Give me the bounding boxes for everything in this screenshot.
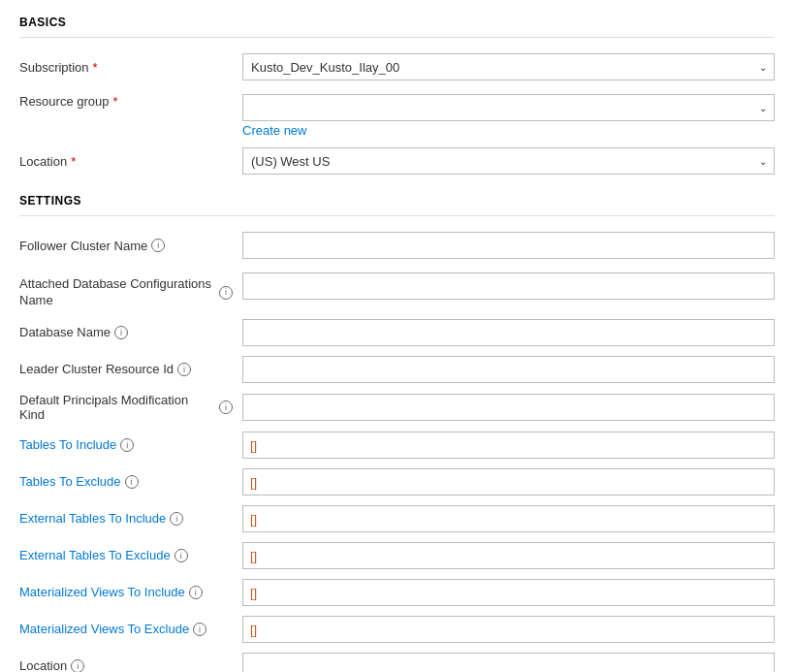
basics-title: BASICS: [19, 16, 775, 29]
external-tables-to-exclude-wrapper: []: [242, 542, 775, 569]
database-name-row: Database Name i: [19, 319, 775, 346]
settings-title: SETTINGS: [19, 194, 775, 208]
default-principals-modification-kind-input[interactable]: Union: [242, 394, 775, 421]
tables-to-exclude-info-icon: i: [125, 475, 139, 489]
subscription-select-wrap: Kusto_Dev_Kusto_Ilay_00 ⌄: [242, 53, 775, 80]
settings-location-row: Location i: [19, 653, 775, 672]
database-name-control: [242, 319, 775, 346]
external-tables-to-include-input[interactable]: [242, 505, 775, 532]
tables-to-exclude-wrapper: []: [242, 468, 775, 496]
database-name-input[interactable]: [242, 319, 775, 346]
materialized-views-to-include-info-icon: i: [189, 586, 203, 599]
subscription-label: Subscription: [19, 60, 242, 75]
attached-db-config-info-icon: i: [219, 286, 233, 300]
attached-db-config-label: Attached Database Configurations Name i: [19, 272, 242, 309]
leader-cluster-resource-id-input[interactable]: [242, 356, 775, 383]
resource-group-select-wrap: ⌄: [242, 94, 775, 121]
settings-location-info-icon: i: [71, 659, 84, 672]
resource-group-label: Resource group: [19, 94, 242, 109]
settings-location-input[interactable]: [242, 653, 775, 672]
leader-cluster-resource-id-info-icon: i: [177, 363, 191, 376]
materialized-views-to-exclude-wrapper: []: [242, 616, 775, 643]
materialized-views-to-exclude-label: Materialized Views To Exclude i: [19, 622, 242, 636]
tables-to-exclude-label: Tables To Exclude i: [19, 474, 242, 489]
external-tables-to-include-control: []: [242, 505, 775, 532]
follower-cluster-name-row: Follower Cluster Name i: [19, 232, 775, 259]
materialized-views-to-include-row: Materialized Views To Include i []: [19, 579, 775, 606]
create-new-link[interactable]: Create new: [242, 123, 775, 138]
resource-group-row: Resource group ⌄ Create new: [19, 90, 775, 138]
external-tables-to-exclude-info-icon: i: [175, 549, 188, 562]
tables-to-exclude-row: Tables To Exclude i []: [19, 468, 775, 496]
tables-to-include-input[interactable]: [242, 432, 775, 459]
materialized-views-to-include-control: []: [242, 579, 775, 606]
leader-cluster-resource-id-row: Leader Cluster Resource Id i: [19, 356, 775, 383]
materialized-views-to-include-input[interactable]: [242, 579, 775, 606]
external-tables-to-include-wrapper: []: [242, 505, 775, 532]
attached-db-config-control: [242, 272, 775, 300]
settings-location-label: Location i: [19, 658, 242, 672]
attached-db-config-row: Attached Database Configurations Name i: [19, 269, 775, 309]
tables-to-exclude-input[interactable]: [242, 468, 775, 496]
basics-divider: [19, 37, 775, 38]
location-label: Location: [19, 154, 242, 169]
basics-section: BASICS Subscription Kusto_Dev_Kusto_Ilay…: [19, 16, 775, 175]
resource-group-select[interactable]: [242, 94, 775, 121]
settings-location-control: [242, 653, 775, 672]
follower-cluster-name-label: Follower Cluster Name i: [19, 239, 242, 253]
follower-cluster-name-info-icon: i: [151, 239, 165, 252]
location-select-wrap: (US) West US ⌄: [242, 147, 775, 175]
external-tables-to-exclude-row: External Tables To Exclude i []: [19, 542, 775, 569]
materialized-views-to-exclude-row: Materialized Views To Exclude i []: [19, 616, 775, 643]
external-tables-to-include-info-icon: i: [170, 512, 183, 526]
tables-to-include-wrapper: []: [242, 432, 775, 459]
default-principals-modification-kind-control: Union: [242, 394, 775, 421]
resource-group-control: ⌄ Create new: [242, 94, 775, 138]
default-principals-modification-kind-label: Default Principals Modification Kind i: [19, 393, 242, 422]
external-tables-to-exclude-control: []: [242, 542, 775, 569]
tables-to-include-info-icon: i: [120, 438, 134, 452]
tables-to-include-row: Tables To Include i []: [19, 432, 775, 459]
location-row: Location (US) West US ⌄: [19, 147, 775, 175]
tables-to-exclude-control: []: [242, 468, 775, 496]
attached-db-config-input[interactable]: [242, 272, 775, 300]
database-name-info-icon: i: [114, 326, 128, 339]
leader-cluster-resource-id-control: [242, 356, 775, 383]
subscription-control: Kusto_Dev_Kusto_Ilay_00 ⌄: [242, 53, 775, 80]
location-control: (US) West US ⌄: [242, 147, 775, 175]
materialized-views-to-exclude-input[interactable]: [242, 616, 775, 643]
external-tables-to-exclude-input[interactable]: [242, 542, 775, 569]
database-name-label: Database Name i: [19, 325, 242, 339]
settings-divider: [19, 215, 775, 216]
external-tables-to-include-label: External Tables To Include i: [19, 511, 242, 526]
materialized-views-to-include-wrapper: []: [242, 579, 775, 606]
subscription-row: Subscription Kusto_Dev_Kusto_Ilay_00 ⌄: [19, 53, 775, 80]
materialized-views-to-exclude-info-icon: i: [193, 623, 206, 636]
settings-section: SETTINGS Follower Cluster Name i Attache…: [19, 194, 775, 672]
external-tables-to-exclude-label: External Tables To Exclude i: [19, 548, 242, 562]
materialized-views-to-exclude-control: []: [242, 616, 775, 643]
materialized-views-to-include-label: Materialized Views To Include i: [19, 585, 242, 599]
location-select[interactable]: (US) West US: [242, 147, 775, 175]
external-tables-to-include-row: External Tables To Include i []: [19, 505, 775, 532]
default-principals-modification-kind-row: Default Principals Modification Kind i U…: [19, 393, 775, 422]
tables-to-include-label: Tables To Include i: [19, 437, 242, 452]
follower-cluster-name-input[interactable]: [242, 232, 775, 259]
subscription-select[interactable]: Kusto_Dev_Kusto_Ilay_00: [242, 53, 775, 80]
tables-to-include-control: []: [242, 432, 775, 459]
leader-cluster-resource-id-label: Leader Cluster Resource Id i: [19, 362, 242, 376]
follower-cluster-name-control: [242, 232, 775, 259]
default-principals-info-icon: i: [219, 400, 233, 414]
